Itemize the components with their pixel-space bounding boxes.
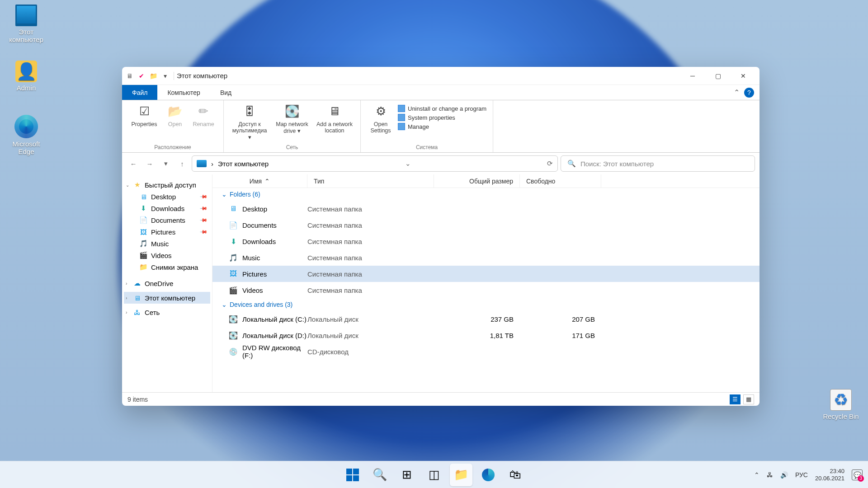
desktop-icon: 🖥: [139, 192, 147, 201]
properties-button[interactable]: ☑ Properties: [128, 103, 160, 127]
nav-thispc[interactable]: ›🖥Этот компьютер: [124, 292, 210, 304]
chevron-right-icon[interactable]: ›: [126, 281, 127, 286]
store-button[interactable]: 🛍: [504, 464, 527, 486]
user-folder-icon: 👤: [15, 61, 37, 82]
desktop-icon-recyclebin[interactable]: ♻ Recycle Bin: [818, 389, 863, 420]
windows-icon: [346, 469, 359, 481]
widgets-button[interactable]: ◫: [423, 464, 445, 486]
volume-icon[interactable]: 🔊: [780, 471, 788, 479]
notifications-button[interactable]: 💬3: [852, 469, 863, 480]
pin-icon: 📌: [199, 192, 208, 201]
folder-videos[interactable]: 🎬VideosСистемная папка: [212, 282, 760, 298]
drive-c[interactable]: 💽Локальный диск (C:)Локальный диск237 GB…: [212, 311, 760, 327]
open-icon: 📂: [167, 103, 183, 119]
history-dropdown-icon[interactable]: ⌄: [405, 160, 411, 168]
uninstall-link[interactable]: Uninstall or change a program: [398, 105, 486, 112]
rename-button[interactable]: ✏ Rename: [190, 103, 217, 127]
close-button[interactable]: ✕: [731, 67, 756, 85]
folder-desktop[interactable]: 🖥DesktopСистемная папка: [212, 201, 760, 217]
minimize-button[interactable]: ─: [680, 67, 705, 85]
group-label: Сеть: [286, 143, 298, 151]
refresh-icon[interactable]: ⟳: [547, 160, 553, 168]
nav-pictures[interactable]: 🖼Pictures📌: [124, 226, 210, 238]
start-button[interactable]: [341, 464, 364, 486]
desktop-icon-thispc[interactable]: Этот компьютер: [4, 5, 49, 43]
drive-d[interactable]: 💽Локальный диск (D:)Локальный диск1,81 T…: [212, 327, 760, 343]
pin-icon: 📌: [199, 216, 208, 224]
col-type[interactable]: Тип: [307, 174, 434, 188]
forward-button[interactable]: →: [143, 157, 156, 170]
col-size[interactable]: Общий размер: [434, 174, 520, 188]
chevron-right-icon[interactable]: ›: [126, 310, 127, 315]
tab-view[interactable]: Вид: [210, 85, 241, 100]
folder-pictures[interactable]: 🖼PicturesСистемная папка: [212, 266, 760, 282]
dropdown-icon[interactable]: ▾: [161, 72, 169, 80]
folder-music[interactable]: 🎵MusicСистемная папка: [212, 249, 760, 266]
document-icon: 📄: [229, 221, 238, 230]
nav-screenshots[interactable]: 📁Снимки экрана: [124, 261, 210, 273]
col-free[interactable]: Свободно: [520, 174, 601, 188]
search-box[interactable]: 🔍 Поиск: Этот компьютер: [561, 155, 755, 172]
folder-icon[interactable]: 📁: [149, 72, 157, 80]
drive-f[interactable]: 💿DVD RW дисковод (F:)CD-дисковод: [212, 343, 760, 360]
language-indicator[interactable]: РУС: [795, 471, 808, 479]
media-icon: 🎛: [241, 103, 258, 119]
folder-documents[interactable]: 📄DocumentsСистемная папка: [212, 217, 760, 233]
open-button[interactable]: 📂 Open: [164, 103, 186, 127]
media-access-button[interactable]: 🎛 Доступ к мультимедиа ▾: [230, 103, 269, 141]
nav-documents[interactable]: 📄Documents📌: [124, 214, 210, 226]
details-view-button[interactable]: ☰: [730, 394, 741, 404]
group-drives[interactable]: ⌄Devices and drives (3): [212, 298, 760, 311]
desktop-icon-edge[interactable]: Microsoft Edge: [4, 115, 49, 155]
recycle-bin-icon: ♻: [830, 389, 852, 411]
nav-quickaccess[interactable]: ⌄ ★ Быстрый доступ: [124, 179, 210, 191]
manage-link[interactable]: Manage: [398, 123, 486, 130]
help-icon[interactable]: ?: [744, 88, 754, 98]
checkmark-icon[interactable]: ✔: [137, 72, 146, 80]
chevron-right-icon[interactable]: ›: [126, 296, 127, 300]
folder-downloads[interactable]: ⬇DownloadsСистемная папка: [212, 233, 760, 249]
explorer-button[interactable]: 📁: [450, 464, 472, 486]
add-location-button[interactable]: 🖥 Add a network location: [315, 103, 354, 134]
col-name[interactable]: Имя⌃: [212, 174, 307, 188]
tray-overflow-icon[interactable]: ⌃: [754, 471, 760, 479]
taskview-button[interactable]: ⊞: [396, 464, 418, 486]
nav-network[interactable]: ›🖧Сеть: [124, 306, 210, 318]
clock[interactable]: 23:40 20.06.2021: [815, 468, 844, 482]
edge-icon: [14, 115, 38, 138]
music-icon: 🎵: [229, 253, 238, 262]
pin-icon: 📌: [199, 227, 208, 236]
nav-desktop[interactable]: 🖥Desktop📌: [124, 191, 210, 202]
back-button[interactable]: ←: [127, 157, 140, 170]
nav-music[interactable]: 🎵Music: [124, 238, 210, 249]
tab-computer[interactable]: Компьютер: [157, 85, 210, 100]
edge-button[interactable]: [477, 464, 500, 486]
title-bar[interactable]: 🖥 ✔ 📁 ▾ Этот компьютер ─ ▢ ✕: [122, 67, 760, 85]
chevron-down-icon[interactable]: ⌄: [126, 183, 129, 188]
system-tray: ⌃ 🖧 🔊 РУС 23:40 20.06.2021 💬3: [754, 468, 863, 482]
pin-icon: 📌: [199, 204, 208, 212]
nav-downloads[interactable]: ⬇Downloads📌: [124, 202, 210, 214]
open-settings-button[interactable]: ⚙ Open Settings: [367, 103, 394, 134]
chevron-down-icon: ⌄: [222, 191, 227, 198]
search-button[interactable]: 🔍: [368, 464, 391, 486]
map-drive-button[interactable]: 💽 Map network drive ▾: [273, 103, 311, 134]
drive-icon: 💽: [284, 103, 300, 119]
network-icon[interactable]: 🖧: [767, 471, 773, 479]
recent-dropdown[interactable]: ▾: [159, 157, 173, 170]
nav-onedrive[interactable]: ›☁OneDrive: [124, 277, 210, 289]
ribbon-group-network: 🎛 Доступ к мультимедиа ▾ 💽 Map network d…: [224, 100, 361, 152]
tab-file[interactable]: Файл: [122, 85, 157, 100]
maximize-button[interactable]: ▢: [705, 67, 731, 85]
address-bar[interactable]: › Этот компьютер ⌄ ⟳: [192, 155, 558, 172]
desktop-icon-admin[interactable]: 👤 Admin: [4, 61, 49, 92]
quick-access-toolbar: 🖥 ✔ 📁 ▾: [126, 72, 174, 80]
system-properties-link[interactable]: System properties: [398, 114, 486, 121]
group-folders[interactable]: ⌄Folders (6): [212, 188, 760, 201]
collapse-ribbon-icon[interactable]: ⌃: [734, 88, 740, 97]
nav-videos[interactable]: 🎬Videos: [124, 249, 210, 261]
icons-view-button[interactable]: ▦: [743, 394, 754, 404]
up-button[interactable]: ↑: [175, 157, 189, 170]
desktop-icon-label: Microsoft Edge: [4, 140, 49, 155]
network-icon: 🖧: [133, 308, 141, 316]
